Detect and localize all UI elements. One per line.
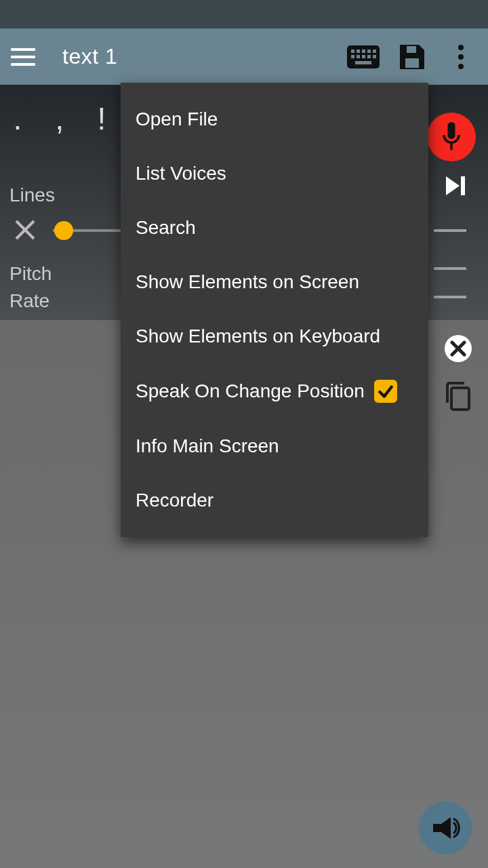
pitch-label: Pitch: [9, 263, 52, 285]
menu-item-label: Show Elements on Keyboard: [136, 326, 380, 347]
svg-marker-26: [433, 817, 451, 839]
svg-point-14: [458, 45, 464, 50]
svg-rect-7: [357, 55, 360, 58]
menu-item-label: Info Main Screen: [136, 435, 279, 457]
svg-rect-8: [362, 55, 365, 58]
menu-open-file[interactable]: Open File: [121, 92, 428, 146]
svg-rect-3: [362, 50, 365, 53]
svg-rect-1: [351, 50, 354, 53]
svg-rect-10: [373, 55, 376, 58]
svg-rect-25: [451, 388, 469, 410]
page-title: text 1: [62, 44, 333, 69]
megaphone-icon: [430, 814, 460, 842]
skip-next-button[interactable]: [443, 174, 468, 201]
menu-recorder[interactable]: Recorder: [121, 473, 428, 528]
exclamation-button[interactable]: !: [89, 100, 114, 137]
keyboard-icon: [347, 45, 380, 68]
skip-next-icon: [443, 174, 468, 198]
menu-item-label: Show Elements on Screen: [136, 271, 359, 293]
svg-rect-13: [407, 46, 416, 53]
menu-item-label: Recorder: [136, 490, 214, 511]
mic-button[interactable]: [427, 113, 476, 161]
speak-fab[interactable]: [419, 802, 472, 854]
svg-point-16: [458, 64, 464, 69]
dot-button[interactable]: .: [5, 100, 30, 137]
svg-marker-19: [446, 176, 460, 195]
app-bar: text 1: [0, 28, 488, 85]
lines-slider-right[interactable]: [434, 229, 466, 232]
save-icon: [397, 42, 427, 72]
menu-list-voices[interactable]: List Voices: [121, 146, 428, 201]
svg-rect-2: [357, 50, 360, 53]
overflow-menu: Open File List Voices Search Show Elemen…: [121, 83, 428, 537]
svg-point-15: [458, 54, 464, 60]
close-icon: [14, 218, 37, 241]
menu-search[interactable]: Search: [121, 201, 428, 255]
copy-icon: [445, 381, 472, 411]
close-circle-icon: [449, 340, 467, 357]
lines-label: Lines: [9, 184, 55, 206]
comma-button[interactable]: ,: [47, 100, 72, 137]
status-bar: [0, 0, 488, 28]
menu-item-label: Open File: [136, 108, 218, 130]
svg-rect-4: [367, 50, 371, 53]
menu-speak-on-change[interactable]: Speak On Change Position: [121, 363, 428, 419]
pitch-slider-right[interactable]: [434, 267, 466, 270]
clear-lines-button[interactable]: [14, 218, 37, 244]
more-vert-icon: [458, 43, 464, 71]
rate-label: Rate: [9, 290, 49, 312]
svg-rect-17: [448, 122, 455, 139]
checkbox-checked-icon: [374, 380, 397, 403]
rate-slider-right[interactable]: [434, 296, 466, 298]
svg-rect-5: [373, 50, 376, 53]
svg-rect-9: [367, 55, 371, 58]
lines-slider-thumb[interactable]: [54, 221, 73, 240]
keyboard-button[interactable]: [344, 38, 382, 76]
menu-icon[interactable]: [8, 42, 38, 72]
save-button[interactable]: [393, 38, 431, 76]
svg-rect-11: [355, 61, 371, 64]
menu-item-label: List Voices: [136, 163, 226, 184]
menu-item-label: Search: [136, 217, 196, 239]
overflow-button[interactable]: [442, 38, 480, 76]
panel-copy-button[interactable]: [445, 381, 472, 414]
panel-close-button[interactable]: [445, 335, 472, 362]
menu-show-elements-keyboard[interactable]: Show Elements on Keyboard: [121, 309, 428, 363]
mic-icon: [440, 122, 463, 152]
menu-info-main-screen[interactable]: Info Main Screen: [121, 419, 428, 473]
menu-show-elements-screen[interactable]: Show Elements on Screen: [121, 255, 428, 309]
svg-rect-20: [461, 176, 465, 195]
svg-rect-6: [351, 55, 354, 58]
svg-rect-12: [405, 58, 419, 68]
menu-item-label: Speak On Change Position: [136, 380, 365, 402]
